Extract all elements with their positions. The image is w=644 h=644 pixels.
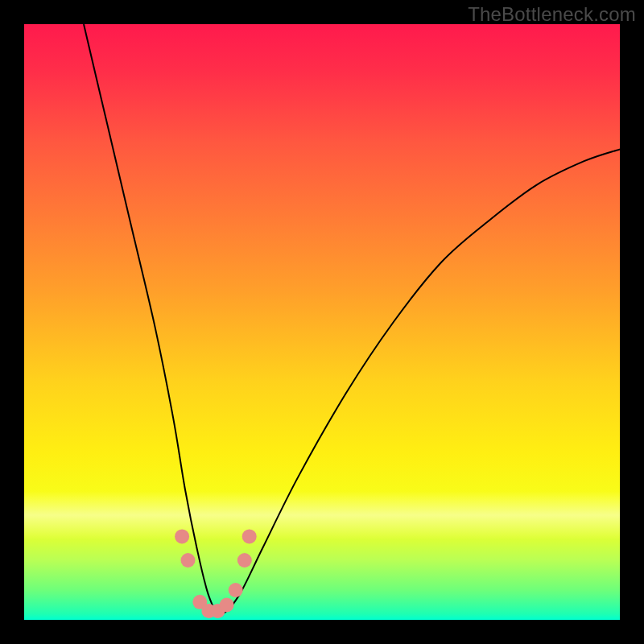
highlight-dot <box>237 553 252 568</box>
chart-frame: TheBottleneck.com <box>0 0 644 644</box>
highlight-dot <box>220 598 234 613</box>
highlight-dots <box>175 529 257 618</box>
highlight-dot <box>175 529 189 543</box>
highlight-dot <box>242 529 257 543</box>
plot-area <box>24 24 620 620</box>
bottleneck-curve-path <box>84 24 620 614</box>
highlight-dot <box>229 583 243 597</box>
watermark-text: TheBottleneck.com <box>468 3 636 26</box>
curve-layer <box>24 24 620 620</box>
highlight-dot <box>181 553 196 568</box>
